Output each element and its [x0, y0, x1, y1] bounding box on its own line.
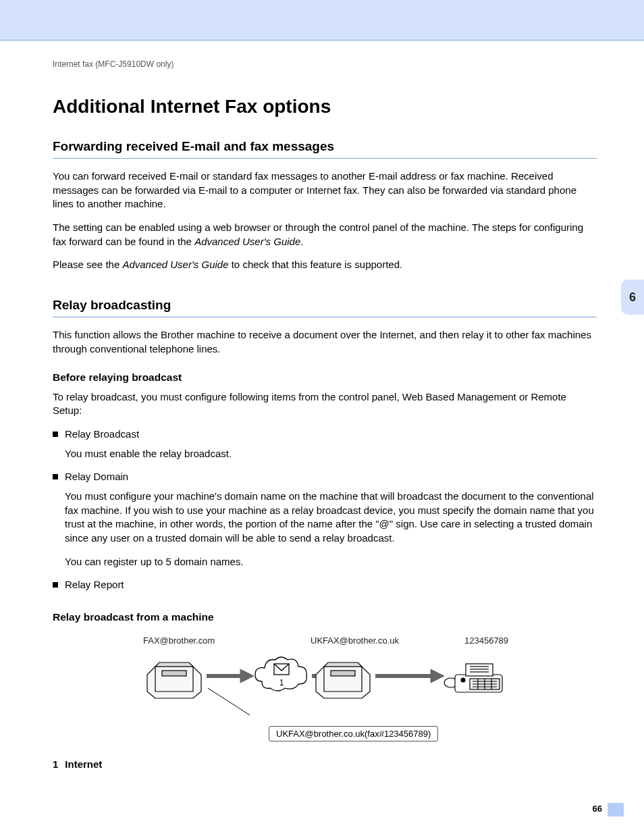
bullet-text: Relay Domain — [65, 470, 128, 484]
svg-rect-6 — [331, 671, 355, 676]
diagram-address-box: UKFAX@brother.co.uk(fax#123456789) — [269, 726, 438, 741]
page-number: 66 — [593, 804, 602, 814]
guide-ref: Advanced User's Guide — [194, 236, 300, 247]
svg-marker-8 — [431, 669, 444, 683]
diagram-label-relay: UKFAX@brother.co.uk — [311, 635, 399, 646]
bullet-sub: You must enable the relay broadcast. — [65, 447, 597, 461]
svg-rect-11 — [466, 664, 493, 676]
bullet-relay-domain: Relay Domain — [53, 470, 597, 484]
diagram-label-sender: FAX@brother.com — [143, 635, 215, 646]
legend-text: Internet — [65, 758, 102, 770]
bullet-icon — [53, 432, 58, 437]
before-relay-heading: Before relaying broadcast — [53, 371, 597, 384]
section-rule — [53, 317, 597, 317]
diagram-legend: 1Internet — [53, 758, 597, 770]
page-content: Internet fax (MFC-J5910DW only) Addition… — [0, 41, 644, 770]
bullet-relay-broadcast: Relay Broadcast — [53, 427, 597, 442]
bullet-text: Relay Broadcast — [65, 427, 139, 442]
diagram-svg: 1 — [53, 648, 593, 715]
text: to check that this feature is supported. — [229, 259, 403, 270]
text: The setting can be enabled using a web b… — [53, 221, 583, 247]
text: . — [300, 236, 303, 247]
bullet-icon — [53, 474, 58, 479]
bullet-text: Relay Report — [65, 578, 124, 592]
forwarding-p1: You can forward received E-mail or stand… — [53, 170, 597, 211]
section-forwarding-title: Forwarding received E-mail and fax messa… — [53, 139, 597, 154]
legend-num: 1 — [53, 758, 58, 770]
bullet-relay-report: Relay Report — [53, 578, 597, 592]
relay-diagram: FAX@brother.com UKFAX@brother.co.uk 1234… — [53, 635, 597, 750]
bullet-sub: You must configure your machine's domain… — [65, 490, 597, 546]
before-relay-intro: To relay broadcast, you must configure f… — [53, 390, 597, 418]
forwarding-p3: Please see the Advanced User's Guide to … — [53, 258, 597, 272]
breadcrumb: Internet fax (MFC-J5910DW only) — [53, 59, 597, 69]
cloud-number: 1 — [279, 678, 284, 687]
top-band — [0, 0, 644, 41]
bullet-sub: You can register up to 5 domain names. — [65, 555, 597, 569]
svg-point-15 — [461, 678, 465, 682]
diagram-label-dest: 123456789 — [464, 635, 508, 646]
relay-p1: This function allows the Brother machine… — [53, 328, 597, 356]
forwarding-p2: The setting can be enabled using a web b… — [53, 221, 597, 249]
page-accent — [608, 803, 624, 816]
guide-ref: Advanced User's Guide — [122, 259, 228, 270]
svg-marker-2 — [240, 669, 254, 683]
section-rule — [53, 158, 597, 159]
svg-rect-0 — [162, 671, 186, 676]
relay-from-machine-heading: Relay broadcast from a machine — [53, 611, 597, 623]
page-title: Additional Internet Fax options — [53, 96, 597, 118]
bullet-icon — [53, 582, 58, 588]
text: Please see the — [53, 259, 122, 270]
chapter-tab: 6 — [621, 280, 644, 315]
section-relay-title: Relay broadcasting — [53, 298, 597, 313]
